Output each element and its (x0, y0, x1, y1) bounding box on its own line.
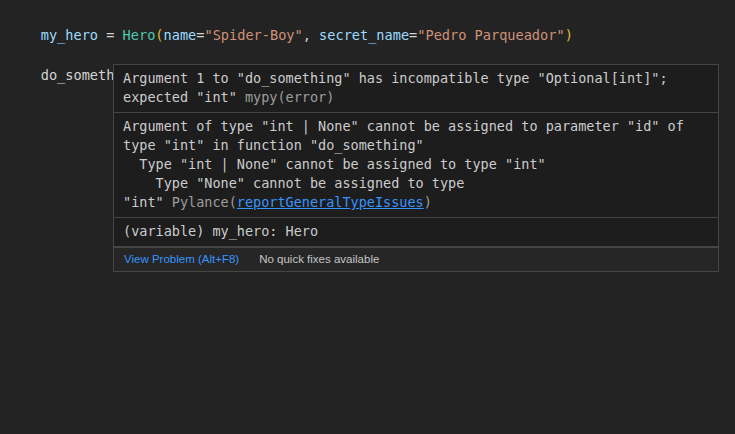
pylance-diagnostic-section: Argument of type "int | None" cannot be … (114, 113, 718, 218)
token-param-name: secret_name (319, 27, 409, 43)
variable-info-text: (variable) my_hero: Hero (123, 222, 709, 241)
pylance-message-line-5: "int" Pylance(reportGeneralTypeIssues) (123, 193, 709, 212)
token-string: "Spider-Boy" (204, 27, 302, 43)
token-comma: , (303, 27, 319, 43)
pylance-rule-link[interactable]: reportGeneralTypeIssues (237, 194, 424, 210)
mypy-message-text: expected "int" (123, 89, 245, 105)
pylance-source-close: ) (424, 194, 432, 210)
mypy-source-label: mypy(error) (245, 89, 334, 105)
pylance-message-line-4: Type "None" cannot be assigned to type (123, 174, 709, 193)
pylance-message-line-3: Type "int | None" cannot be assigned to … (123, 155, 709, 174)
view-problem-link[interactable]: View Problem (Alt+F8) (124, 252, 239, 266)
token-operator: = (98, 27, 123, 43)
mypy-diagnostic-section: Argument 1 to "do_something" has incompa… (114, 65, 718, 113)
pylance-message-line-1: Argument of type "int | None" cannot be … (123, 117, 709, 136)
hover-status-bar: View Problem (Alt+F8) No quick fixes ava… (114, 247, 718, 271)
token-variable: my_hero (41, 27, 98, 43)
token-close-paren: ) (565, 27, 573, 43)
token-class-name: Hero (123, 27, 156, 43)
pylance-message-text: "int" (123, 194, 172, 210)
pylance-source-label: Pylance( (172, 194, 237, 210)
hover-tooltip: Argument 1 to "do_something" has incompa… (113, 64, 719, 272)
editor-surface[interactable]: my_hero = Hero(name="Spider-Boy", secret… (0, 0, 735, 434)
pylance-message-line-2: type "int" in function "do_something" (123, 136, 709, 155)
mypy-message-line-1: Argument 1 to "do_something" has incompa… (123, 69, 709, 88)
token-string: "Pedro Parqueador" (417, 27, 564, 43)
token-open-paren: ( (155, 27, 163, 43)
no-quick-fixes-label: No quick fixes available (259, 252, 379, 266)
mypy-message-line-2: expected "int" mypy(error) (123, 88, 709, 107)
variable-info-section: (variable) my_hero: Hero (114, 218, 718, 247)
token-param-name: name (164, 27, 197, 43)
